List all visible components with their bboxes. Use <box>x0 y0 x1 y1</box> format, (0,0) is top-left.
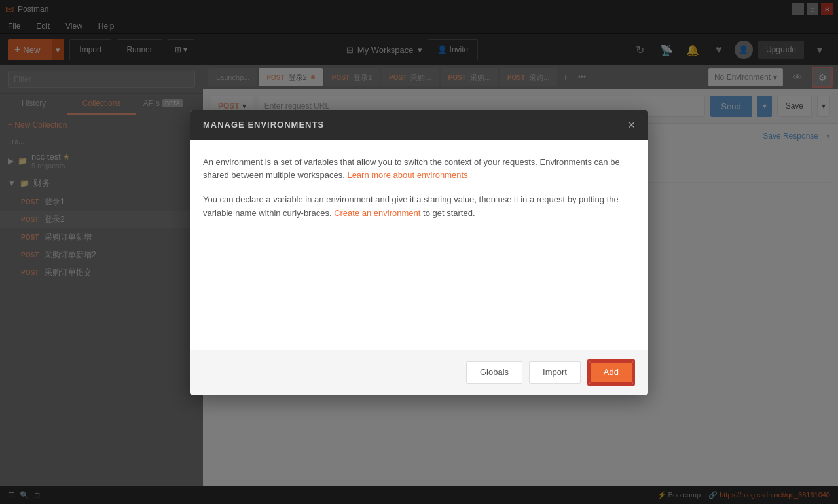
modal-overlay: MANAGE ENVIRONMENTS × An environment is … <box>0 0 838 504</box>
modal-footer: Globals Import Add <box>190 350 648 395</box>
modal-body: An environment is a set of variables tha… <box>190 140 648 350</box>
add-button[interactable]: Add <box>589 361 633 384</box>
modal-title: MANAGE ENVIRONMENTS <box>203 120 324 130</box>
learn-more-link[interactable]: Learn more about environments <box>347 170 467 180</box>
modal-close-button[interactable]: × <box>628 119 635 131</box>
manage-environments-modal: MANAGE ENVIRONMENTS × An environment is … <box>190 110 648 395</box>
add-button-wrapper: Add <box>587 359 635 386</box>
import-button-modal[interactable]: Import <box>529 361 581 384</box>
modal-header: MANAGE ENVIRONMENTS × <box>190 110 648 140</box>
modal-paragraph2: You can declare a variable in an environ… <box>203 193 635 221</box>
globals-button[interactable]: Globals <box>466 361 522 384</box>
modal-paragraph1: An environment is a set of variables tha… <box>203 156 635 183</box>
create-environment-link[interactable]: Create an environment <box>334 208 420 218</box>
